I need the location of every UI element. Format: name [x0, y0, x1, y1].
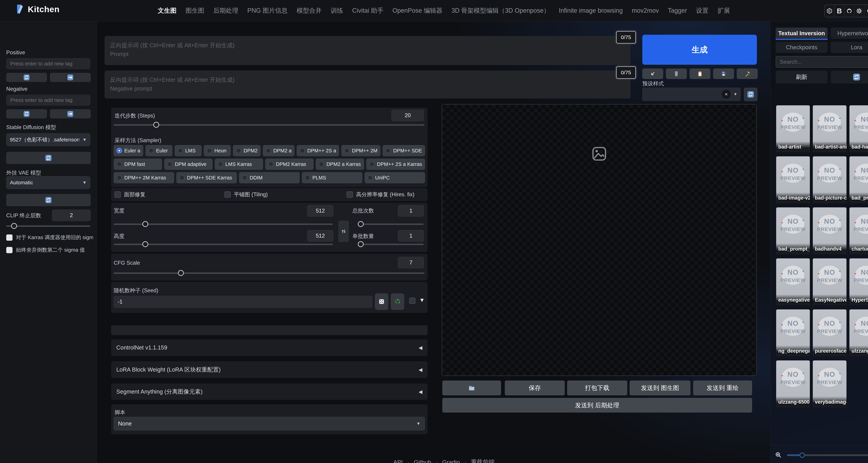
nav-item[interactable]: 3D 骨架模型编辑（3D Openpose）: [452, 6, 550, 15]
read-params-button[interactable]: [642, 69, 663, 79]
sd-model-refresh-button[interactable]: [6, 152, 91, 164]
sampler-option[interactable]: DPM++ SDE Karras: [176, 172, 237, 183]
clip-skip-value[interactable]: 2: [52, 210, 91, 221]
batch-size-slider[interactable]: [359, 244, 424, 245]
sampler-option[interactable]: LMS Karras: [215, 159, 263, 170]
network-card[interactable]: NO PREVIEW bad_prompt_v...: [776, 207, 810, 254]
footer-link[interactable]: Gradio: [442, 459, 460, 463]
network-search-input[interactable]: Search...: [776, 56, 868, 68]
extra-seed-checkbox[interactable]: [409, 298, 415, 304]
nav-item[interactable]: OpenPose 编辑器: [393, 6, 442, 15]
network-card[interactable]: NO PREVIEW verybadimage...: [813, 360, 846, 407]
nav-item[interactable]: 训练: [331, 6, 343, 15]
steps-slider[interactable]: [114, 124, 425, 126]
positive-tag-input[interactable]: Press enter to add new tag: [6, 58, 90, 69]
nav-item[interactable]: 图生图: [186, 6, 204, 15]
sampler-option[interactable]: DPM fast: [114, 159, 162, 170]
network-card[interactable]: NO PREVIEW pureerosface_v1: [813, 309, 846, 356]
styles-refresh-button[interactable]: [744, 88, 757, 101]
cfg-slider[interactable]: [114, 272, 425, 274]
network-card[interactable]: NO PREVIEW ng_deepnegat...: [776, 309, 810, 356]
sampler-option[interactable]: DPM2: [233, 145, 260, 156]
sampler-option[interactable]: DPM++ 2S a Karras: [366, 159, 425, 170]
network-refresh-icon-button[interactable]: [831, 71, 868, 84]
tab-lora[interactable]: Lora: [831, 42, 868, 53]
moon-icon[interactable]: [864, 5, 868, 17]
feature-checkbox[interactable]: 面部修复: [115, 191, 146, 198]
tab-checkpoints[interactable]: Checkpoints: [776, 42, 828, 53]
seed-input[interactable]: -1: [114, 296, 372, 308]
bilibili-icon[interactable]: B: [835, 5, 844, 17]
negative-prompt-textarea[interactable]: 反向提示词 (按 Ctrl+Enter 或 Alt+Enter 开始生成) Ne…: [105, 71, 630, 98]
styles-dropdown[interactable]: × ▼: [642, 88, 741, 101]
nav-item[interactable]: 设置: [696, 6, 709, 15]
slider-thumb[interactable]: [358, 221, 364, 227]
clear-prompt-button[interactable]: [666, 69, 687, 79]
network-card[interactable]: NO PREVIEW bad_prompt: [849, 156, 868, 203]
slider-thumb[interactable]: [799, 453, 805, 458]
slider-thumb[interactable]: [178, 270, 184, 276]
style-save-button[interactable]: [713, 69, 734, 79]
lora-block-weight-accordion[interactable]: LoRA Block Weight (LoRA 区块权重配置) ◀: [111, 361, 428, 378]
height-slider[interactable]: [114, 244, 333, 245]
sampler-option[interactable]: DPM2 a: [263, 145, 294, 156]
discard-sigma-checkbox-row[interactable]: 始终舍弃倒数第二个 sigma 值: [6, 246, 93, 254]
network-card[interactable]: NO PREVIEW bad-artist-anime: [813, 105, 846, 152]
network-card[interactable]: NO PREVIEW badhandv4: [813, 207, 846, 254]
sampler-option[interactable]: Heun: [204, 145, 231, 156]
network-card[interactable]: NO PREVIEW ulzzang-6500-...: [776, 360, 810, 407]
sampler-option[interactable]: DPM++ 2M: [341, 145, 380, 156]
karras-sigma-checkbox-row[interactable]: 对于 Karras 调度器使用旧的 sigm…: [6, 234, 93, 241]
network-card[interactable]: NO PREVIEW bad-picture-c...: [813, 156, 846, 203]
extra-networks-button[interactable]: [737, 69, 757, 79]
vae-refresh-button[interactable]: [6, 194, 91, 206]
nav-item[interactable]: Tagger: [668, 7, 687, 14]
batch-count-value[interactable]: 1: [398, 205, 424, 217]
footer-link[interactable]: 重载前端: [471, 458, 495, 463]
civitai-icon[interactable]: [825, 5, 835, 17]
sampler-option[interactable]: DPM++ 2S a: [297, 145, 339, 156]
send-to-extras-button[interactable]: 发送到 后期处理: [442, 398, 752, 412]
clear-icon[interactable]: ×: [722, 90, 731, 99]
nav-item[interactable]: mov2mov: [632, 7, 659, 14]
slider-thumb[interactable]: [153, 122, 159, 128]
cfg-value[interactable]: 7: [398, 257, 424, 268]
feature-checkbox[interactable]: 平铺图 (Tiling): [224, 191, 268, 198]
github-icon[interactable]: [844, 5, 854, 17]
nav-item[interactable]: PNG 图片信息: [247, 6, 288, 15]
sampler-option[interactable]: UniPC: [365, 172, 425, 183]
network-card[interactable]: NO PREVIEW EasyNegativeV2: [813, 258, 846, 305]
slider-thumb[interactable]: [11, 223, 17, 229]
save-button[interactable]: 保存: [505, 381, 565, 395]
checkbox[interactable]: [6, 247, 12, 253]
network-card[interactable]: NO PREVIEW charturnerv2: [849, 207, 868, 254]
feature-checkbox[interactable]: 高分辨率修复 (Hires. fix): [347, 191, 414, 198]
zip-download-button[interactable]: 打包下载: [567, 381, 627, 395]
card-size-slider[interactable]: [787, 454, 868, 456]
negative-tag-input[interactable]: Press enter to add new tag: [6, 95, 90, 105]
network-refresh-button[interactable]: 刷新: [776, 71, 828, 84]
footer-link[interactable]: API: [393, 459, 403, 463]
reuse-seed-button[interactable]: [391, 293, 404, 310]
sd-model-dropdown[interactable]: 9527（色彩不错）.safetensors [ ▼: [6, 133, 90, 146]
open-folder-button[interactable]: [442, 381, 501, 395]
width-slider[interactable]: [114, 224, 333, 225]
width-value[interactable]: 512: [307, 205, 333, 217]
tab-hypernetworks[interactable]: Hypernetworks: [831, 28, 868, 39]
sampler-option[interactable]: DPM++ 2M Karras: [114, 172, 174, 183]
positive-prompt-textarea[interactable]: 正向提示词 (按 Ctrl+Enter 或 Alt+Enter 开始生成) Pr…: [105, 36, 630, 65]
nav-item[interactable]: 扩展: [717, 6, 730, 15]
network-card[interactable]: NO PREVIEW HyperStylizeV6: [849, 258, 868, 305]
vae-dropdown[interactable]: Automatic ▼: [6, 176, 90, 189]
sampler-option[interactable]: DDIM: [239, 172, 300, 183]
slider-thumb[interactable]: [358, 241, 364, 247]
nav-item[interactable]: Civitai 助手: [352, 6, 383, 15]
positive-refresh-button[interactable]: [6, 73, 47, 82]
sampler-option[interactable]: Euler: [146, 145, 173, 156]
style-apply-button[interactable]: [689, 69, 710, 79]
network-card[interactable]: NO PREVIEW bad-artist: [776, 105, 810, 152]
segment-anything-accordion[interactable]: Segment Anything (分离图像元素) ◀: [111, 384, 428, 400]
result-gallery-canvas[interactable]: [442, 104, 757, 376]
nav-item[interactable]: 模型合并: [297, 6, 322, 15]
height-value[interactable]: 512: [307, 230, 333, 241]
